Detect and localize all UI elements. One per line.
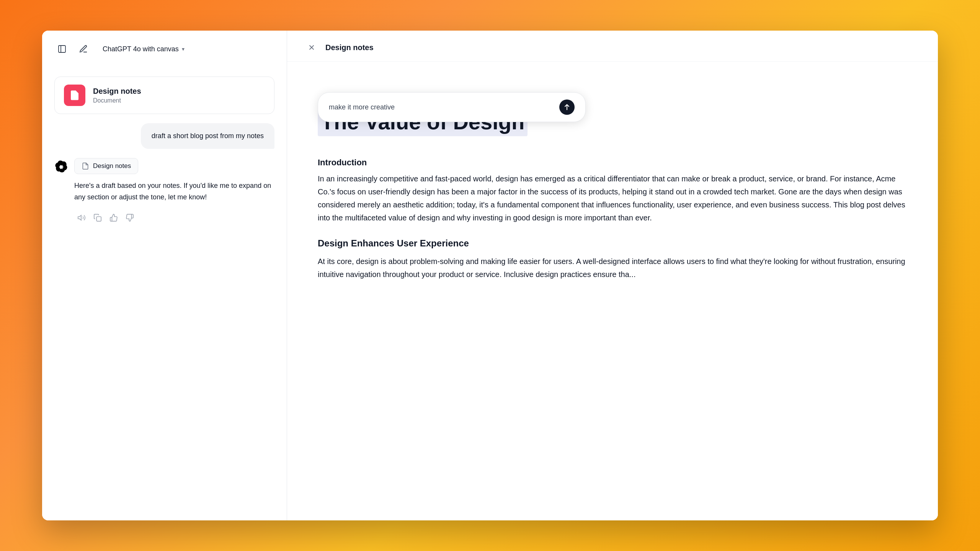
doc-chip-label: Design notes — [93, 162, 131, 170]
action-buttons-row — [74, 210, 274, 225]
article-intro-label: Introduction — [318, 158, 907, 168]
model-selector-button[interactable]: ChatGPT 4o with canvas ▾ — [97, 42, 190, 56]
assistant-response-text: Here's a draft based on your notes. If y… — [74, 180, 274, 203]
document-card-type: Document — [93, 97, 141, 104]
right-panel-title: Design notes — [325, 43, 374, 52]
right-panel-content: The Value of Design Introduction In an i… — [287, 62, 938, 520]
new-chat-button[interactable] — [76, 41, 91, 57]
model-label: ChatGPT 4o with canvas — [103, 45, 179, 53]
audio-button[interactable] — [74, 210, 89, 225]
chat-content: Design notes Document draft a short blog… — [42, 64, 287, 520]
assistant-content: Design notes Here's a draft based on you… — [74, 158, 274, 225]
sidebar-toggle-button[interactable] — [54, 41, 70, 57]
close-panel-button[interactable] — [305, 41, 318, 54]
inline-edit-input[interactable] — [329, 103, 555, 111]
doc-reference-chip[interactable]: Design notes — [74, 158, 138, 174]
right-panel-header: Design notes — [287, 31, 938, 62]
document-card-icon — [64, 85, 85, 106]
svg-rect-3 — [96, 217, 101, 222]
svg-rect-0 — [59, 46, 65, 52]
document-card[interactable]: Design notes Document — [54, 77, 274, 114]
thumbs-up-button[interactable] — [106, 210, 121, 225]
user-message-bubble: draft a short blog post from my notes — [141, 123, 274, 149]
inline-edit-input-wrapper — [318, 92, 586, 122]
svg-marker-2 — [78, 215, 81, 220]
document-card-info: Design notes Document — [93, 87, 141, 104]
article-section1-body: At its core, design is about problem-sol… — [318, 255, 907, 281]
app-window: ChatGPT 4o with canvas ▾ Design notes Do… — [42, 31, 938, 520]
assistant-avatar — [54, 160, 68, 173]
copy-button[interactable] — [90, 210, 105, 225]
chevron-down-icon: ▾ — [182, 46, 185, 52]
assistant-response-row: Design notes Here's a draft based on you… — [54, 158, 274, 225]
left-panel: ChatGPT 4o with canvas ▾ Design notes Do… — [42, 31, 287, 520]
document-card-title: Design notes — [93, 87, 141, 96]
top-bar: ChatGPT 4o with canvas ▾ — [42, 31, 287, 64]
right-panel: Design notes The Value of Design — [287, 31, 938, 520]
inline-send-button[interactable] — [559, 99, 575, 115]
thumbs-down-button[interactable] — [122, 210, 137, 225]
floating-input-container — [318, 92, 907, 122]
article-intro-body: In an increasingly competitive and fast-… — [318, 172, 907, 224]
article-section1-title: Design Enhances User Experience — [318, 238, 907, 249]
